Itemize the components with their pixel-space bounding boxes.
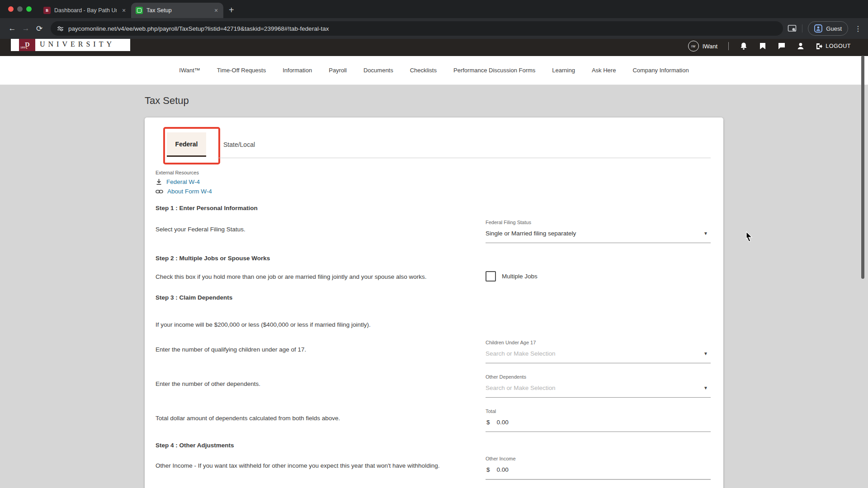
- step3-heading: Step 3 : Claim Dependents: [156, 294, 711, 301]
- inspect-window-icon[interactable]: [788, 24, 797, 33]
- field-label: Other Income: [486, 456, 711, 461]
- chat-icon[interactable]: [778, 42, 786, 50]
- header-divider: [728, 42, 729, 50]
- tax-setup-card: Federal State/Local External Resources F…: [145, 117, 723, 488]
- field-label: Federal Filing Status: [486, 220, 711, 225]
- iwant-button[interactable]: IW IWant: [688, 41, 717, 52]
- filing-status-desc: Select your Federal Filing Status.: [156, 220, 486, 233]
- children-desc: Enter the number of qualifying children …: [156, 340, 486, 353]
- nav-item-documents[interactable]: Documents: [363, 67, 393, 74]
- logout-icon: [816, 43, 822, 50]
- browser-tab-tax-setup[interactable]: Tax Setup ×: [131, 3, 223, 18]
- tab-title: Tax Setup: [146, 7, 209, 14]
- federal-filing-status-field: Federal Filing Status Single or Married …: [486, 220, 711, 243]
- page-scrollbar[interactable]: [861, 56, 864, 279]
- baypath-favicon-icon: B: [43, 7, 51, 14]
- other-dependents-select[interactable]: ▼: [486, 380, 711, 398]
- nav-item-iwant[interactable]: IWant™: [179, 67, 200, 74]
- window-zoom-button[interactable]: [26, 6, 32, 12]
- checkbox-label: Multiple Jobs: [502, 273, 538, 280]
- new-tab-button[interactable]: +: [229, 5, 234, 15]
- app-header: P 1897 UNIVERSITY IW IWant LOGOUT: [0, 39, 868, 56]
- download-icon: [156, 178, 162, 185]
- window-minimize-button[interactable]: [17, 6, 23, 12]
- back-button[interactable]: ←: [5, 24, 19, 33]
- children-under-17-input[interactable]: [486, 350, 703, 357]
- site-settings-icon[interactable]: [57, 25, 64, 32]
- children-under-17-select[interactable]: ▼: [486, 345, 711, 363]
- tab-title: Dashboard - Bay Path Univers: [54, 7, 117, 14]
- external-resources-heading: External Resources: [156, 170, 711, 175]
- reload-button[interactable]: ⟳: [33, 24, 46, 33]
- multiple-jobs-desc: Check this box if you hold more than one…: [156, 267, 486, 280]
- field-label: Children Under Age 17: [486, 340, 711, 345]
- university-logo[interactable]: P 1897 UNIVERSITY: [11, 39, 130, 51]
- selected-value: Single or Married filing separately: [486, 230, 576, 237]
- income-note: If your income will be $200,000 or less …: [156, 321, 711, 328]
- other-income-desc: Other Income - If you want tax withheld …: [156, 456, 486, 469]
- currency-symbol: $: [486, 466, 490, 473]
- nav-item-company-information[interactable]: Company Information: [632, 67, 689, 74]
- url-text: paycomonline.net/v4/ee/web.php/payroll/T…: [68, 25, 329, 32]
- tab-state-local[interactable]: State/Local: [223, 132, 255, 157]
- page-title: Tax Setup: [145, 95, 723, 107]
- external-resources: External Resources Federal W-4 About For…: [156, 170, 711, 195]
- tab-federal[interactable]: Federal: [167, 132, 206, 157]
- other-dependents-row: Enter the number of other dependents. Ot…: [156, 374, 711, 398]
- total-amount-input[interactable]: [497, 419, 587, 426]
- total-field: Total $: [486, 408, 711, 432]
- window-close-button[interactable]: [8, 6, 14, 12]
- browser-tab-bar: B Dashboard - Bay Path Univers × Tax Set…: [0, 0, 868, 18]
- other-income-row: Other Income - If you want tax withheld …: [156, 456, 711, 480]
- guest-label: Guest: [826, 25, 842, 32]
- multiple-jobs-field: Multiple Jobs: [486, 267, 711, 282]
- other-income-field: Other Income $: [486, 456, 711, 480]
- logout-button[interactable]: LOGOUT: [816, 43, 851, 50]
- baypath-logo-icon: P 1897: [19, 39, 35, 51]
- bookmark-tray-icon[interactable]: [759, 42, 767, 50]
- close-icon[interactable]: ×: [212, 7, 220, 14]
- about-form-w4-link[interactable]: About Form W-4: [156, 188, 711, 195]
- filing-status-row: Select your Federal Filing Status. Feder…: [156, 220, 711, 243]
- close-icon[interactable]: ×: [120, 7, 127, 14]
- browser-tab-dashboard[interactable]: B Dashboard - Bay Path Univers ×: [39, 3, 131, 18]
- paycom-favicon-icon: [136, 7, 143, 14]
- nav-item-information[interactable]: Information: [283, 67, 312, 74]
- university-wordmark: UNIVERSITY: [40, 40, 115, 48]
- nav-item-performance-discussion-forms[interactable]: Performance Discussion Forms: [453, 67, 535, 74]
- nav-item-payroll[interactable]: Payroll: [329, 67, 347, 74]
- forward-button[interactable]: →: [19, 24, 33, 33]
- field-label: Other Dependents: [486, 374, 711, 380]
- notifications-bell-icon[interactable]: [740, 42, 748, 50]
- link-icon: [156, 189, 163, 194]
- children-row: Enter the number of qualifying children …: [156, 340, 711, 363]
- browser-menu-icon[interactable]: ⋮: [854, 24, 863, 33]
- chevron-down-icon: ▼: [703, 351, 708, 356]
- step4-heading: Step 4 : Other Adjustments: [156, 442, 711, 449]
- nav-item-ask-here[interactable]: Ask Here: [592, 67, 616, 74]
- other-income-input[interactable]: [497, 466, 587, 473]
- logout-label: LOGOUT: [826, 43, 851, 49]
- guest-profile-button[interactable]: Guest: [808, 21, 848, 36]
- profile-person-icon[interactable]: [797, 42, 805, 50]
- browser-toolbar: ← → ⟳ paycomonline.net/v4/ee/web.php/pay…: [0, 18, 868, 39]
- nav-item-time-off-requests[interactable]: Time-Off Requests: [217, 67, 266, 74]
- page-content: Tax Setup Federal State/Local External R…: [145, 95, 723, 488]
- currency-symbol: $: [486, 419, 490, 426]
- nav-item-learning[interactable]: Learning: [552, 67, 575, 74]
- tabs-divider: [217, 158, 711, 158]
- federal-filing-status-select[interactable]: Single or Married filing separately ▼: [486, 225, 711, 243]
- multiple-jobs-checkbox[interactable]: [486, 271, 496, 282]
- about-form-w4-label: About Form W-4: [167, 188, 212, 195]
- toolbar-divider: [802, 24, 802, 33]
- total-row: Total dollar amount of dependents calcul…: [156, 408, 711, 432]
- card-tabs: Federal State/Local: [156, 117, 711, 163]
- toolbar-right-cluster: Guest ⋮: [788, 21, 863, 36]
- iwant-icon: IW: [688, 41, 699, 52]
- federal-w4-link[interactable]: Federal W-4: [156, 178, 711, 185]
- children-under-17-field: Children Under Age 17 ▼: [486, 340, 711, 363]
- other-dependents-input[interactable]: [486, 385, 703, 391]
- other-income-control: $: [486, 461, 711, 480]
- nav-item-checklists[interactable]: Checklists: [410, 67, 437, 74]
- address-bar[interactable]: paycomonline.net/v4/ee/web.php/payroll/T…: [51, 21, 783, 36]
